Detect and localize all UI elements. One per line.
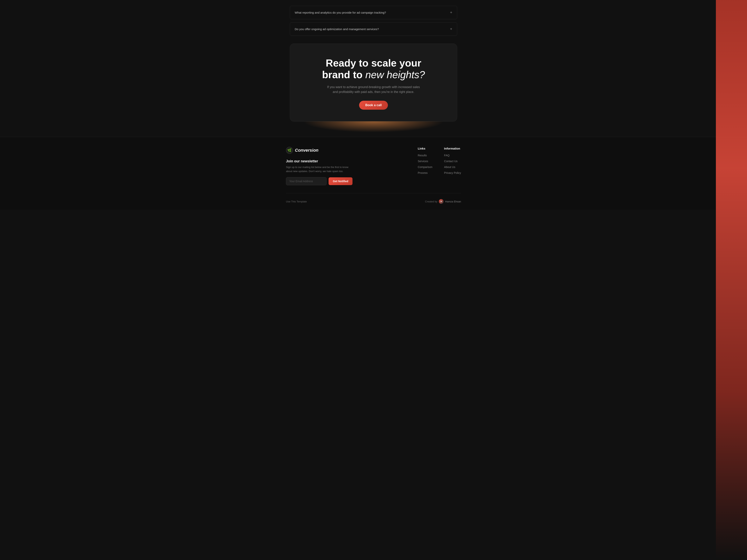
footer-links-col: Links Results Services Comparison Proces… (418, 147, 432, 177)
link-faq[interactable]: FAQ (444, 154, 449, 157)
get-notified-button[interactable]: Get Notified (329, 177, 353, 185)
cta-section: Ready to scale your brand to new heights… (290, 44, 457, 137)
footer-info-title: Information (444, 147, 461, 150)
link-privacy[interactable]: Privacy Policy (444, 171, 461, 175)
use-template-link[interactable]: Use This Template (286, 200, 307, 203)
footer-links-list: Results Services Comparison Process (418, 154, 432, 175)
footer-logo: 🌿 Conversion (286, 147, 352, 154)
cta-subtitle: If you want to achieve ground-breaking g… (325, 85, 422, 95)
creator-name: Hamza Ehsan (445, 200, 461, 203)
logo-text-plain: Conver (295, 148, 310, 153)
footer-link-privacy[interactable]: Privacy Policy (444, 171, 461, 175)
faq-expand-icon-2: + (450, 27, 452, 31)
cta-card: Ready to scale your brand to new heights… (290, 44, 457, 122)
link-results[interactable]: Results (418, 154, 427, 157)
footer-info-col: Information FAQ Contact Us About Us Priv… (444, 147, 461, 177)
faq-expand-icon-1: + (450, 10, 452, 15)
link-process[interactable]: Process (418, 171, 428, 175)
link-services[interactable]: Services (418, 160, 428, 163)
footer-info-list: FAQ Contact Us About Us Privacy Policy (444, 154, 461, 175)
footer-top: 🌿 Conversion Join our newsletter Sign up… (286, 147, 461, 186)
footer-links-title: Links (418, 147, 432, 150)
footer-bottom: Use This Template Created by H Hamza Ehs… (286, 193, 461, 204)
footer-link-about[interactable]: About Us (444, 165, 461, 169)
footer-right: Links Results Services Comparison Proces… (418, 147, 461, 177)
newsletter-desc: Sign up to our mailing list below and be… (286, 165, 352, 174)
created-by-label: Created by (425, 200, 438, 203)
footer-link-comparison[interactable]: Comparison (418, 165, 432, 169)
footer-link-contact[interactable]: Contact Us (444, 159, 461, 163)
email-input[interactable] (286, 177, 327, 185)
book-call-button[interactable]: Book a call (359, 101, 388, 110)
cta-title-line2-plain: brand to (322, 69, 365, 80)
faq-question-1: What reporting and analytics do you prov… (295, 11, 447, 14)
faq-question-2: Do you offer ongoing ad optimization and… (295, 27, 447, 31)
footer-left: 🌿 Conversion Join our newsletter Sign up… (286, 147, 352, 186)
logo-text-italic: sion (310, 148, 318, 153)
creator-avatar: H (439, 199, 443, 204)
footer-link-results[interactable]: Results (418, 154, 432, 157)
footer: 🌿 Conversion Join our newsletter Sign up… (0, 137, 747, 210)
footer-link-process[interactable]: Process (418, 171, 432, 175)
faq-item-2[interactable]: Do you offer ongoing ad optimization and… (290, 22, 457, 36)
faq-item-1[interactable]: What reporting and analytics do you prov… (290, 6, 457, 19)
cta-title-line1: Ready to scale your (326, 57, 421, 69)
faq-section: What reporting and analytics do you prov… (290, 0, 457, 36)
footer-link-services[interactable]: Services (418, 159, 432, 163)
footer-link-faq[interactable]: FAQ (444, 154, 461, 157)
newsletter-form: Get Notified (286, 177, 352, 185)
cta-glow (290, 121, 457, 137)
link-comparison[interactable]: Comparison (418, 165, 432, 168)
newsletter-title: Join our newsletter (286, 159, 352, 163)
logo-icon-symbol: 🌿 (287, 148, 291, 153)
logo-icon: 🌿 (286, 147, 293, 154)
right-accent (716, 0, 747, 560)
footer-inner: 🌿 Conversion Join our newsletter Sign up… (280, 137, 467, 210)
cta-title-italic: new heights? (365, 69, 425, 80)
footer-created: Created by H Hamza Ehsan (425, 199, 461, 204)
logo-text: Conversion (295, 148, 318, 153)
link-about[interactable]: About Us (444, 165, 456, 168)
cta-title: Ready to scale your brand to new heights… (298, 57, 449, 81)
link-contact[interactable]: Contact Us (444, 160, 458, 163)
